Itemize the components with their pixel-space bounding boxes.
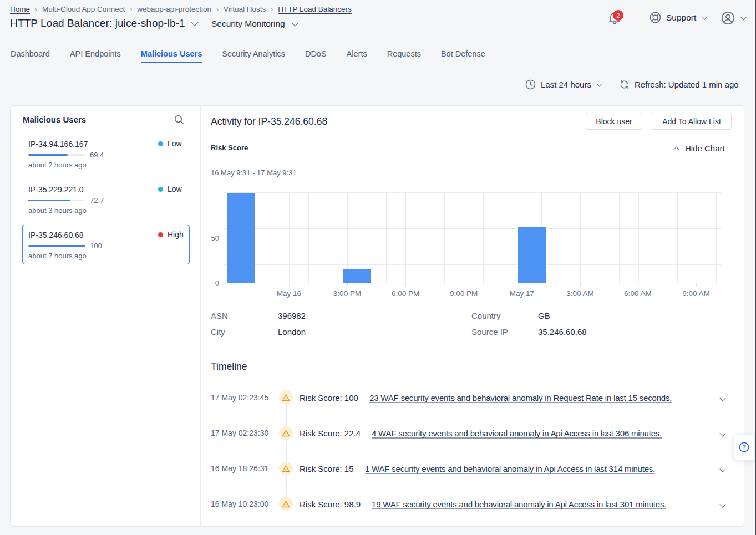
topbar-divider: [635, 11, 635, 25]
tab-bot-defense[interactable]: Bot Defense: [441, 40, 485, 67]
chart-gridline-v: [619, 192, 620, 283]
search-button[interactable]: [174, 115, 184, 125]
chart-gridline-v: [561, 192, 561, 283]
chart-x-tick-mark: [696, 283, 697, 286]
chevron-up-icon: [674, 146, 679, 152]
help-question-icon: ?: [739, 442, 749, 452]
top-bar: Home›Multi-Cloud App Connect›webapp-api-…: [0, 0, 756, 35]
timeline-event-link[interactable]: 1 WAF security events and behavioral ano…: [365, 464, 655, 473]
breadcrumb-item: Multi-Cloud App Connect: [42, 5, 125, 13]
warning-icon: [279, 462, 293, 476]
chart-gridline-v: [308, 192, 309, 283]
tab-dashboard[interactable]: Dashboard: [11, 40, 50, 67]
risk-score-value: 69.4: [90, 151, 104, 159]
refresh-button[interactable]: Refresh: Updated 1 min ago: [619, 79, 739, 90]
breadcrumb-separator: ›: [216, 6, 219, 13]
tab-api-endpoints[interactable]: API Endpoints: [70, 40, 121, 67]
activity-panel: Activity for IP-35.246.60.68 Block user …: [201, 106, 744, 526]
chart-bar[interactable]: [518, 227, 546, 283]
malicious-user-item[interactable]: IP-35.229.221.0Low72.7about 3 hours ago: [22, 179, 190, 219]
malicious-user-ip: IP-35.229.221.0: [28, 185, 84, 194]
chart-gridline-v: [677, 192, 678, 283]
timeline-expand-chevron-down-icon[interactable]: [721, 428, 725, 438]
timeline-event-time: 16 May 18:26:31: [211, 464, 268, 473]
breadcrumb-item[interactable]: HTTP Load Balancers: [278, 5, 352, 13]
timeline-expand-chevron-down-icon[interactable]: [721, 393, 725, 402]
timeline-event-link[interactable]: 4 WAF security events and behavioral ano…: [372, 429, 662, 438]
chart-gridline-v: [289, 192, 290, 283]
chart-x-tick-label: 6:00 AM: [624, 289, 652, 298]
last-seen: about 3 hours ago: [28, 206, 87, 215]
clock-icon: [525, 79, 536, 90]
malicious-user-item[interactable]: IP-35.246.60.68High100about 7 hours ago: [22, 225, 190, 264]
malicious-user-item[interactable]: IP-34.94.166.167Low69.4about 2 hours ago: [22, 134, 190, 174]
chart-x-tick-mark: [347, 283, 348, 286]
tab-ddos[interactable]: DDoS: [305, 40, 327, 67]
time-range-chevron-down-icon: [596, 81, 602, 86]
timeline-expand-chevron-down-icon[interactable]: [721, 499, 725, 509]
page-title-chevron-down-icon[interactable]: [191, 18, 199, 26]
malicious-user-ip: IP-34.94.166.167: [28, 140, 88, 149]
chart-y-tick-label: 0: [215, 279, 219, 287]
search-icon: [174, 115, 184, 125]
activity-title: Activity for IP-35.246.60.68: [211, 116, 327, 128]
secondary-nav-dropdown[interactable]: Security Monitoring: [211, 19, 297, 29]
time-range-dropdown[interactable]: Last 24 hours: [525, 79, 601, 90]
content-card: Malicious Users IP-34.94.166.167Low69.4a…: [10, 105, 744, 527]
timeline-risk-score: Risk Score: 22.4: [300, 429, 361, 438]
timeline-event-link[interactable]: 23 WAF security events and behavioral an…: [369, 393, 672, 402]
toolbar: Last 24 hours Refresh: Updated 1 min ago: [0, 72, 743, 96]
chart-gridline-h: [224, 247, 721, 247]
risk-score-bar: [28, 154, 85, 156]
chart-gridline-h: [224, 211, 721, 211]
chart-gridline-v: [328, 192, 328, 283]
chart-x-tick-label: 3:00 AM: [566, 289, 594, 298]
timeline-event-time: 17 May 02:23:45: [211, 393, 268, 402]
timeline-expand-chevron-down-icon[interactable]: [721, 463, 725, 473]
timeline-risk-score: Risk Score: 98.9: [300, 500, 361, 509]
chart-gridline-v: [483, 192, 484, 283]
severity-dot: [158, 141, 163, 146]
detail-label: City: [211, 327, 225, 337]
chart-gridline-h: [224, 264, 721, 265]
support-menu[interactable]: Support: [649, 11, 707, 24]
chart-x-tick-mark: [405, 283, 406, 286]
breadcrumb-separator: ›: [271, 6, 273, 13]
tab-requests[interactable]: Requests: [387, 40, 421, 67]
add-to-allow-list-button[interactable]: Add To Allow List: [652, 113, 732, 130]
tab-alerts[interactable]: Alerts: [347, 40, 367, 67]
timeline-heading: Timeline: [211, 361, 247, 373]
help-button[interactable]: ?: [733, 434, 755, 460]
chart-gridline-v: [405, 192, 406, 283]
tab-security-analytics[interactable]: Security Analytics: [222, 40, 285, 67]
timeline-risk-score: Risk Score: 100: [300, 393, 358, 402]
chart-bar[interactable]: [343, 269, 371, 283]
warning-icon: [279, 497, 293, 511]
chart-gridline-v: [600, 192, 600, 283]
tab-malicious-users[interactable]: Malicious Users: [141, 40, 202, 67]
timeline-event-row: 16 May 18:26:31Risk Score: 151 WAF secur…: [201, 451, 744, 486]
timeline-event-time: 16 May 10:23:00: [211, 500, 268, 508]
risk-score-bar: [28, 200, 85, 201]
chart-x-tick-label: 9:00 PM: [450, 289, 478, 298]
block-user-button[interactable]: Block user: [586, 113, 642, 130]
user-menu[interactable]: [721, 11, 745, 25]
risk-score-value: 72.7: [90, 196, 104, 205]
chart-gridline-v: [464, 192, 464, 283]
timeline-event-row: 17 May 02:23:30Risk Score: 22.44 WAF sec…: [201, 415, 744, 451]
notification-badge: 2: [613, 10, 623, 21]
chart-bar[interactable]: [227, 193, 255, 283]
timeline-event-link[interactable]: 19 WAF security events and behavioral an…: [372, 500, 666, 509]
hide-chart-label: Hide Chart: [685, 144, 725, 153]
detail-value: London: [278, 327, 306, 337]
chart-x-tick-label: 6:00 PM: [392, 289, 419, 298]
detail-label: Country: [471, 311, 501, 320]
risk-score-bar: [28, 245, 85, 247]
chart-gridline-v: [580, 192, 581, 283]
chart-x-tick-label: 3:00 PM: [333, 289, 361, 298]
last-seen: about 7 hours ago: [28, 252, 87, 260]
hide-chart-toggle[interactable]: Hide Chart: [674, 144, 725, 153]
last-seen: about 2 hours ago: [28, 161, 87, 169]
breadcrumb-item[interactable]: Home: [10, 5, 30, 13]
chart-x-tick-mark: [464, 283, 464, 286]
